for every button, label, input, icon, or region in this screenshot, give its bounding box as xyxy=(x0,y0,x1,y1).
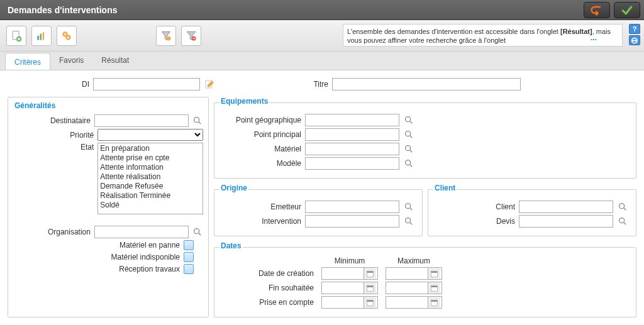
chk-reception[interactable] xyxy=(184,264,194,274)
emetteur-input[interactable] xyxy=(305,201,399,213)
field-client: Client xyxy=(433,201,631,213)
list-item[interactable]: Réalisation Terminée xyxy=(99,191,202,201)
list-item[interactable]: Soldé xyxy=(99,201,202,210)
collapse-help-button[interactable]: ⊖ xyxy=(629,35,640,45)
list-item[interactable]: Attente prise en cpte xyxy=(99,153,202,163)
creation-label: Date de création xyxy=(219,269,314,278)
etat-label: Etat xyxy=(13,143,94,151)
filter-clear-button[interactable] xyxy=(181,26,201,46)
field-chk-indispo: Matériel indisponible xyxy=(13,252,203,262)
creation-min-input[interactable] xyxy=(322,268,364,279)
search-icon[interactable] xyxy=(403,216,414,227)
materiel-input[interactable] xyxy=(305,143,399,155)
di-input[interactable] xyxy=(93,78,200,91)
field-di: DI xyxy=(8,78,215,91)
field-emetteur: Emetteur xyxy=(219,201,417,213)
tab-resultat[interactable]: Résultat xyxy=(92,52,138,70)
destinataire-input[interactable] xyxy=(94,114,189,127)
calendar-icon[interactable] xyxy=(364,297,376,308)
fin-max-input[interactable] xyxy=(386,282,428,294)
field-intervention: Intervention xyxy=(219,215,417,228)
priorite-select[interactable] xyxy=(97,129,203,141)
row-fin-souhaitee: Fin souhaitée xyxy=(219,282,631,294)
chk-indispo[interactable] xyxy=(184,252,194,262)
calendar-icon[interactable] xyxy=(428,268,440,279)
filter-settings-button[interactable] xyxy=(156,26,176,46)
search-icon[interactable] xyxy=(192,226,203,238)
panel-dates: Dates Minimum Maximum Date de création xyxy=(214,241,636,317)
search-icon[interactable] xyxy=(403,201,414,212)
calendar-icon[interactable] xyxy=(428,297,440,308)
field-materiel: Matériel xyxy=(219,143,631,155)
prise-max xyxy=(386,296,442,309)
svg-point-6 xyxy=(64,33,66,35)
field-chk-panne: Matériel en panne xyxy=(13,240,203,250)
new-document-button[interactable] xyxy=(6,26,26,46)
titre-input[interactable] xyxy=(332,78,521,91)
svg-rect-4 xyxy=(43,32,45,40)
confirm-button[interactable] xyxy=(614,2,640,18)
creation-max-input[interactable] xyxy=(386,268,428,279)
creation-max xyxy=(386,267,442,280)
calendar-icon[interactable] xyxy=(364,282,376,294)
titre-label: Titre xyxy=(291,80,328,89)
chk-reception-label: Réception travaux xyxy=(13,265,180,273)
chk-panne[interactable] xyxy=(184,240,194,250)
tab-favoris[interactable]: Favoris xyxy=(50,52,92,70)
pp-label: Point principal xyxy=(219,130,301,139)
prise-min-input[interactable] xyxy=(322,297,364,308)
back-button[interactable] xyxy=(584,2,610,18)
list-item[interactable]: Demande Refusée xyxy=(99,182,202,191)
svg-rect-29 xyxy=(431,285,438,287)
intervention-input[interactable] xyxy=(305,215,399,228)
search-icon[interactable] xyxy=(192,115,203,126)
list-item[interactable]: Attente réalisation xyxy=(99,172,202,182)
search-icon[interactable] xyxy=(403,114,414,126)
modele-input[interactable] xyxy=(305,157,399,170)
panel-generalites: Généralités Destinataire Priorité Etat E… xyxy=(8,97,209,317)
origine-title: Origine xyxy=(219,184,248,195)
toolbar: L'ensemble des demandes d'intervention e… xyxy=(0,20,644,52)
search-icon[interactable] xyxy=(403,158,414,169)
settings-button[interactable] xyxy=(57,26,77,46)
fin-min-input[interactable] xyxy=(322,282,364,294)
fin-min xyxy=(321,282,378,294)
organisation-input[interactable] xyxy=(94,226,189,238)
intervention-label: Intervention xyxy=(219,217,301,226)
hint-more[interactable]: ... xyxy=(591,33,597,43)
list-item[interactable]: En préparation xyxy=(99,144,202,153)
emetteur-label: Emetteur xyxy=(219,202,301,211)
client-input[interactable] xyxy=(519,201,613,213)
pp-input[interactable] xyxy=(305,128,399,141)
search-icon[interactable] xyxy=(617,201,628,212)
prise-label: Prise en compte xyxy=(219,298,314,307)
field-modele: Modèle xyxy=(219,157,631,170)
help-button[interactable]: ? xyxy=(629,24,640,34)
help-hint: L'ensemble des demandes d'intervention e… xyxy=(343,24,623,47)
field-devis: Devis xyxy=(433,215,631,228)
chart-button[interactable] xyxy=(31,26,52,46)
hint-text-1: L'ensemble des demandes d'intervention e… xyxy=(347,28,560,35)
chk-indispo-label: Matériel indisponible xyxy=(13,253,180,262)
content-area: DI Titre Généralités Destinataire Priori… xyxy=(0,70,644,325)
pg-input[interactable] xyxy=(305,114,399,126)
title-bar: Demandes d'interventions xyxy=(0,0,644,20)
materiel-label: Matériel xyxy=(219,145,301,153)
list-item[interactable]: Attente information xyxy=(99,163,202,172)
edit-icon[interactable] xyxy=(204,79,215,90)
search-icon[interactable] xyxy=(403,129,414,140)
search-icon[interactable] xyxy=(403,143,414,155)
svg-rect-25 xyxy=(431,271,438,272)
search-icon[interactable] xyxy=(617,216,628,227)
calendar-icon[interactable] xyxy=(364,268,376,279)
field-etat: Etat En préparation Attente prise en cpt… xyxy=(13,143,203,214)
etat-listbox[interactable]: En préparation Attente prise en cpte Att… xyxy=(97,143,203,214)
dates-header: Minimum Maximum xyxy=(321,256,631,265)
tab-criteres[interactable]: Critères xyxy=(5,53,50,70)
destinataire-label: Destinataire xyxy=(13,116,91,125)
hint-bold: [Résultat] xyxy=(560,28,592,35)
prise-max-input[interactable] xyxy=(386,297,428,308)
calendar-icon[interactable] xyxy=(428,282,440,294)
devis-input[interactable] xyxy=(519,215,613,228)
row-prise-en-compte: Prise en compte xyxy=(219,296,631,309)
